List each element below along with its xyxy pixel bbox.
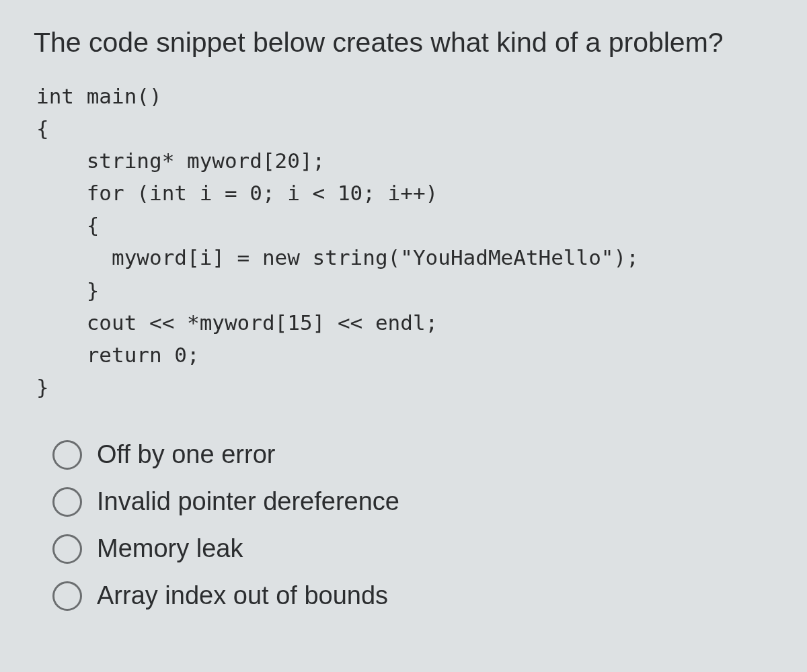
code-snippet: int main() { string* myword[20]; for (in… (34, 80, 773, 403)
option-array-out-of-bounds[interactable]: Array index out of bounds (52, 581, 773, 611)
radio-icon[interactable] (52, 534, 82, 564)
option-label: Off by one error (97, 440, 275, 469)
option-invalid-pointer[interactable]: Invalid pointer dereference (52, 487, 773, 517)
options-group: Off by one error Invalid pointer derefer… (34, 440, 773, 611)
option-label: Array index out of bounds (97, 581, 388, 610)
option-memory-leak[interactable]: Memory leak (52, 534, 773, 564)
option-off-by-one[interactable]: Off by one error (52, 440, 773, 470)
option-label: Memory leak (97, 534, 243, 563)
option-label: Invalid pointer dereference (97, 487, 399, 516)
radio-icon[interactable] (52, 487, 82, 517)
radio-icon[interactable] (52, 440, 82, 470)
question-prompt: The code snippet below creates what kind… (34, 26, 773, 60)
quiz-container: The code snippet below creates what kind… (0, 0, 807, 648)
radio-icon[interactable] (52, 581, 82, 611)
